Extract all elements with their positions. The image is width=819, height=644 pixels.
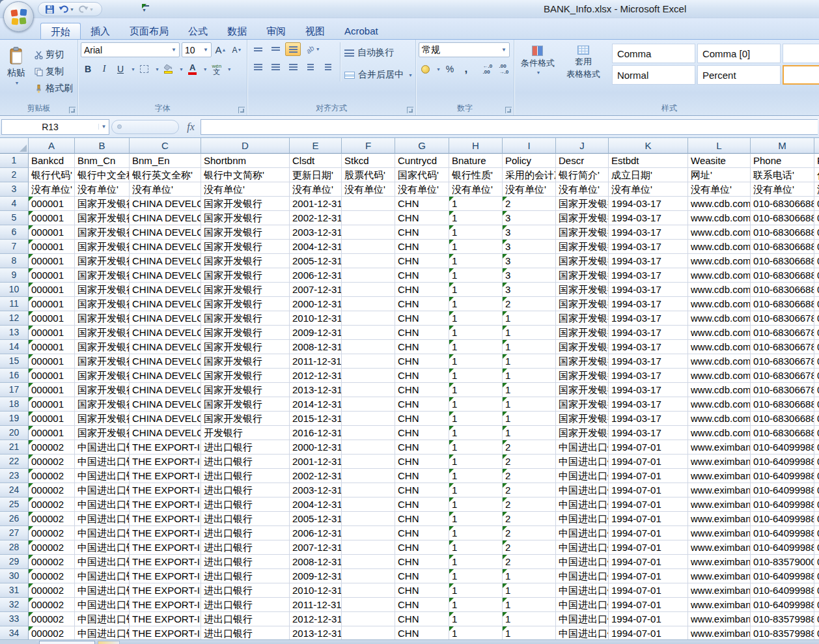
cell-C23[interactable]: THE EXPORT-IMPORT BANK OF CHINA xyxy=(130,469,201,483)
row-header-4[interactable]: 4 xyxy=(0,197,29,211)
cell-A25[interactable]: 000002 xyxy=(29,497,75,512)
cell-A32[interactable]: 000002 xyxy=(29,598,75,612)
cell-L14[interactable]: www.cdb.com.cn xyxy=(688,340,751,354)
cell-N25[interactable]: 0 xyxy=(814,497,819,512)
save-button[interactable] xyxy=(44,3,56,15)
phonetic-button[interactable]: wén 文 xyxy=(210,62,224,76)
cell-A13[interactable]: 000001 xyxy=(29,326,75,340)
cell-E7[interactable]: 2004-12-31 xyxy=(290,240,342,254)
formula-input[interactable] xyxy=(201,119,818,135)
cell-C14[interactable]: CHINA DEVELOPMENT BANK xyxy=(130,340,201,354)
cell-F10[interactable] xyxy=(342,283,395,297)
cell-H7[interactable]: 1 xyxy=(449,240,503,254)
cell-I22[interactable]: 2 xyxy=(503,455,556,469)
row-header-21[interactable]: 21 xyxy=(0,440,29,455)
cell-A28[interactable]: 000002 xyxy=(29,540,75,555)
fill-color-dropdown-arrow[interactable]: ▼ xyxy=(179,67,184,72)
cell-H27[interactable]: 1 xyxy=(449,526,503,540)
cell-J33[interactable]: 中国进出口银行 xyxy=(556,612,609,626)
cell-H26[interactable]: 1 xyxy=(449,512,503,526)
cell-L9[interactable]: www.cdb.com.cn xyxy=(688,268,751,283)
cell-H13[interactable]: 1 xyxy=(449,326,503,340)
cell-L1[interactable]: Weasite xyxy=(688,154,751,168)
row-header-32[interactable]: 32 xyxy=(0,598,29,612)
cell-H4[interactable]: 1 xyxy=(449,197,503,211)
cell-A22[interactable]: 000002 xyxy=(29,455,75,469)
cell-I13[interactable]: 1 xyxy=(503,326,556,340)
cell-G28[interactable]: CHN xyxy=(395,540,449,555)
cell-A34[interactable]: 000002 xyxy=(29,626,75,641)
cell-D4[interactable]: 国家开发银行 xyxy=(201,197,290,211)
cell-L13[interactable]: www.cdb.com.cn xyxy=(688,326,751,340)
cell-D26[interactable]: 进出口银行 xyxy=(201,512,290,526)
cell-E19[interactable]: 2015-12-31 xyxy=(290,412,342,426)
cell-D5[interactable]: 国家开发银行 xyxy=(201,211,290,225)
cell-M11[interactable]: 010-68306688 xyxy=(751,297,814,311)
row-header-10[interactable]: 10 xyxy=(0,283,29,297)
cell-E27[interactable]: 2006-12-31 xyxy=(290,526,342,540)
align-bottom-button[interactable] xyxy=(285,42,301,56)
cell-I7[interactable]: 3 xyxy=(503,240,556,254)
cell-N11[interactable]: 0 xyxy=(814,297,819,311)
cell-F2[interactable]: 股票代码' xyxy=(342,168,395,182)
cell-N19[interactable]: 0 xyxy=(814,412,819,426)
cell-A24[interactable]: 000002 xyxy=(29,483,75,497)
cell-L25[interactable]: www.eximbank.gov.cn xyxy=(688,497,751,512)
paste-dropdown-arrow[interactable]: ▼ xyxy=(15,81,20,85)
cell-E3[interactable]: 没有单位' xyxy=(290,182,342,197)
cell-C7[interactable]: CHINA DEVELOPMENT BANK xyxy=(130,240,201,254)
cell-F9[interactable] xyxy=(342,268,395,283)
cell-E9[interactable]: 2006-12-31 xyxy=(290,268,342,283)
cell-C20[interactable]: CHINA DEVELOPMENT BANK xyxy=(130,426,201,440)
row-header-1[interactable]: 1 xyxy=(0,154,29,168)
row-header-26[interactable]: 26 xyxy=(0,512,29,526)
cell-I12[interactable]: 1 xyxy=(503,311,556,326)
cell-F15[interactable] xyxy=(342,354,395,369)
cell-E17[interactable]: 2013-12-31 xyxy=(290,383,342,397)
cell-D12[interactable]: 国家开发银行 xyxy=(201,311,290,326)
cell-L29[interactable]: www.eximbank.gov.cn xyxy=(688,555,751,569)
cell-E13[interactable]: 2009-12-31 xyxy=(290,326,342,340)
cell-L24[interactable]: www.eximbank.gov.cn xyxy=(688,483,751,497)
cell-H12[interactable]: 1 xyxy=(449,311,503,326)
cell-E25[interactable]: 2004-12-31 xyxy=(290,497,342,512)
row-header-9[interactable]: 9 xyxy=(0,268,29,283)
cell-C8[interactable]: CHINA DEVELOPMENT BANK xyxy=(130,254,201,268)
cell-J5[interactable]: 国家开发银行 xyxy=(556,211,609,225)
cell-I23[interactable]: 2 xyxy=(503,469,556,483)
cell-A18[interactable]: 000001 xyxy=(29,397,75,412)
cell-F24[interactable] xyxy=(342,483,395,497)
number-dialog-launcher[interactable] xyxy=(505,107,512,113)
cell-I3[interactable]: 没有单位' xyxy=(503,182,556,197)
cell-J4[interactable]: 国家开发银行 xyxy=(556,197,609,211)
cell-A16[interactable]: 000001 xyxy=(29,369,75,383)
cell-H33[interactable]: 1 xyxy=(449,612,503,626)
cell-C10[interactable]: CHINA DEVELOPMENT BANK xyxy=(130,283,201,297)
cell-I5[interactable]: 3 xyxy=(503,211,556,225)
cell-C34[interactable]: THE EXPORT-IMPORT BANK OF CHINA xyxy=(130,626,201,641)
column-header-C[interactable]: C xyxy=(130,138,201,154)
cell-M32[interactable]: 010-64099988 xyxy=(751,598,814,612)
cell-H23[interactable]: 1 xyxy=(449,469,503,483)
align-center-button[interactable] xyxy=(268,60,283,74)
cell-A3[interactable]: 没有单位' xyxy=(29,182,75,197)
row-header-5[interactable]: 5 xyxy=(0,211,29,225)
cell-D16[interactable]: 国家开发银行 xyxy=(201,369,290,383)
cell-I21[interactable]: 2 xyxy=(503,440,556,455)
cell-C33[interactable]: THE EXPORT-IMPORT BANK OF CHINA xyxy=(130,612,201,626)
cell-H2[interactable]: 银行性质' xyxy=(449,168,503,182)
cell-N10[interactable]: 0 xyxy=(814,283,819,297)
cell-E31[interactable]: 2010-12-31 xyxy=(290,583,342,598)
cell-D9[interactable]: 国家开发银行 xyxy=(201,268,290,283)
cell-L20[interactable]: www.cdb.com.cn xyxy=(688,426,751,440)
cell-D2[interactable]: 银行中文简称' xyxy=(201,168,290,182)
cell-L6[interactable]: www.cdb.com.cn xyxy=(688,225,751,240)
cell-H16[interactable]: 1 xyxy=(449,369,503,383)
cell-G23[interactable]: CHN xyxy=(395,469,449,483)
cell-I26[interactable]: 2 xyxy=(503,512,556,526)
name-box-dropdown-arrow[interactable]: ▼ xyxy=(98,124,109,130)
cell-F31[interactable] xyxy=(342,583,395,598)
cell-F11[interactable] xyxy=(342,297,395,311)
cell-G32[interactable]: CHN xyxy=(395,598,449,612)
cell-L16[interactable]: www.cdb.com.cn xyxy=(688,369,751,383)
